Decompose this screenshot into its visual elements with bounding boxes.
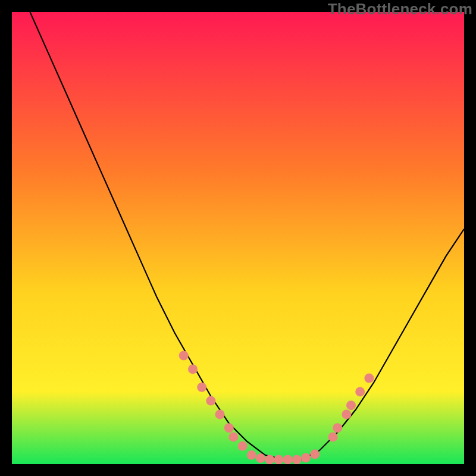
curve-marker	[333, 423, 342, 433]
curve-marker	[224, 423, 234, 433]
curve-marker	[238, 441, 248, 451]
curve-marker	[256, 453, 265, 463]
curve-marker	[310, 449, 320, 459]
curve-marker	[364, 374, 374, 383]
curve-marker	[188, 364, 198, 374]
curve-marker	[292, 455, 302, 464]
curve-marker	[179, 351, 189, 361]
curve-marker	[228, 432, 238, 441]
curve-marker	[328, 432, 338, 441]
curve-marker	[301, 453, 311, 462]
curve-marker	[247, 450, 256, 460]
curve-marker	[197, 383, 206, 392]
curve-marker	[283, 455, 293, 464]
curve-marker	[342, 409, 351, 419]
gradient-background	[12, 12, 464, 464]
curve-marker	[206, 396, 215, 406]
curve-marker	[346, 400, 356, 410]
curve-marker	[355, 387, 365, 396]
chart-frame	[12, 12, 464, 464]
watermark-text: TheBottleneck.com	[328, 0, 472, 18]
curve-marker	[274, 455, 283, 464]
bottleneck-chart	[12, 12, 464, 464]
curve-marker	[215, 409, 225, 419]
curve-marker	[265, 455, 274, 464]
